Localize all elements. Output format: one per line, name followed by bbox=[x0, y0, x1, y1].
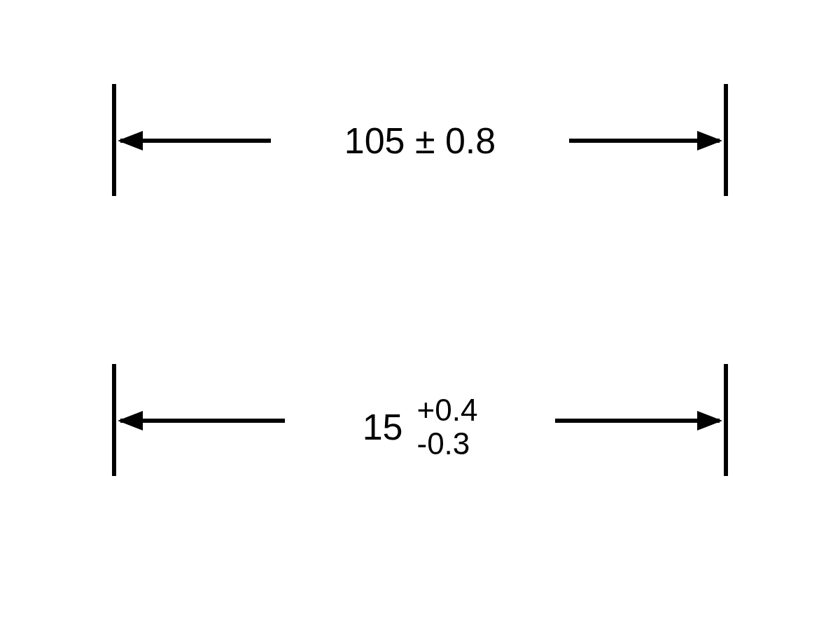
dimension-value-bilateral: 15 +0.4 -0.3 bbox=[112, 393, 728, 461]
tolerance-stack: +0.4 -0.3 bbox=[416, 393, 477, 461]
dimension-value-symmetric: 105 ± 0.8 bbox=[112, 119, 728, 162]
lower-tolerance: -0.3 bbox=[416, 427, 477, 461]
upper-tolerance: +0.4 bbox=[416, 393, 477, 427]
nominal-value: 15 bbox=[363, 406, 403, 448]
